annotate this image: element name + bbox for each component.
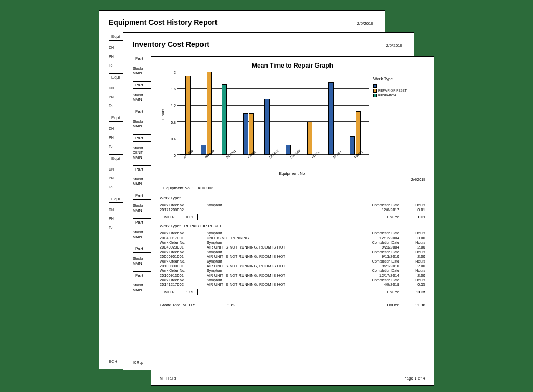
detail-header: Work Order No.SymptomCompletion DateHour…	[160, 230, 425, 236]
chart-bar	[286, 145, 291, 155]
report-date: 2/5/2019	[357, 21, 373, 26]
chart-bar	[307, 122, 312, 155]
mttr-subtotal: MTTR:0.01 Hours: 0.01	[160, 214, 425, 220]
chart-bar	[222, 84, 227, 155]
detail-row: 20050901001AIR UNIT IS NOT RUNNING, ROOM…	[160, 255, 425, 258]
detail-header: Work Order No.SymptomCompletion DateHour…	[160, 240, 425, 245]
chart-bar	[249, 113, 254, 155]
page-title: Equipment Cost History Report	[109, 18, 375, 27]
mttr-subtotal-2: MTTR:1.89 Hours: 11.35	[160, 289, 425, 295]
detail-header: Work Order No.SymptomCompletion DateHour…	[160, 268, 425, 273]
detail-row: 20040917001UNIT IS NOT RUNNING12/12/2004…	[160, 236, 425, 240]
detail-row: 20141217002AIR UNIT IS NOT RUNNING, ROOM…	[160, 283, 425, 286]
chart-bar-group	[222, 84, 239, 155]
grand-total: Grand Total MTTR: 1.62 Hours: 11.36	[160, 303, 425, 307]
chart-bar	[356, 111, 361, 155]
report-footer-code: ECH	[109, 360, 117, 363]
work-type-2: Work Type: REPAIR OR RESET	[160, 224, 425, 228]
report-body-date: 2/4/2019	[160, 178, 425, 181]
detail-header: Work Order No.SymptomCompletion DateHour…	[160, 258, 425, 264]
legend-swatch-green	[373, 94, 377, 97]
chart-ylabel: Hours	[160, 72, 167, 155]
chart-bar	[243, 113, 248, 155]
chart-bar	[350, 136, 355, 155]
chart-ytick: 0	[174, 154, 176, 158]
detail-header: Work Order No. Symptom Completion Date H…	[160, 202, 425, 208]
detail-row: 20100830001AIR UNIT IS NOT RUNNING, ROOM…	[160, 264, 425, 268]
detail-row: 20100913001AIR UNIT IS NOT RUNNING, ROOM…	[160, 273, 425, 277]
chart-bar	[185, 76, 191, 155]
chart-ytick: 0.4	[171, 137, 176, 141]
detail-header: Work Order No.SymptomCompletion DateHour…	[160, 249, 425, 255]
report-date: 2/5/2019	[386, 43, 402, 48]
legend-swatch-orange	[373, 89, 377, 93]
report-page-mttr: Mean Time to Repair Graph Hours 00.40.81…	[151, 56, 434, 386]
equipment-box: Equipment No. : AHU002	[160, 184, 425, 192]
chart-title: Mean Time to Repair Graph	[160, 62, 425, 69]
chart-bar-group	[201, 72, 219, 155]
report-footer: MTTR.RPT Page 1 of 4	[160, 376, 425, 380]
detail-row: 2017120800212/8/20170.01	[160, 208, 425, 212]
chart-legend: Work Type REPAIR OR RESET RESEARCH	[373, 76, 425, 98]
chart-bar-group	[350, 111, 367, 155]
chart-bar-group	[307, 122, 325, 155]
chart-bar	[207, 72, 212, 155]
chart-xlabel: Equipment No.	[160, 171, 425, 176]
report-footer-code: ICR.p	[133, 361, 143, 364]
chart: Hours 00.40.81.21.62 Work Type REPAIR OR…	[160, 72, 425, 155]
work-type-label: Work Type:	[160, 195, 425, 200]
legend-swatch-blue	[373, 84, 377, 88]
chart-bar-group	[180, 76, 197, 155]
chart-ytick: 2	[174, 71, 176, 74]
detail-header: Work Order No.SymptomCompletion DateHour…	[160, 277, 425, 283]
chart-bar	[201, 145, 206, 155]
chart-bar-group	[264, 99, 282, 155]
legend-title: Work Type	[373, 76, 425, 81]
chart-bar-group	[243, 113, 261, 155]
chart-bar	[328, 82, 334, 155]
chart-bar	[264, 99, 270, 155]
detail-row: 20040923001AIR UNIT IS NOT RUNNING, ROOM…	[160, 245, 425, 249]
chart-bar-group	[328, 82, 346, 155]
chart-ytick: 1.6	[171, 87, 176, 91]
chart-ytick: 0.8	[171, 121, 176, 124]
chart-ytick: 1.2	[171, 104, 176, 108]
page-title: Inventory Cost Report	[133, 40, 404, 48]
